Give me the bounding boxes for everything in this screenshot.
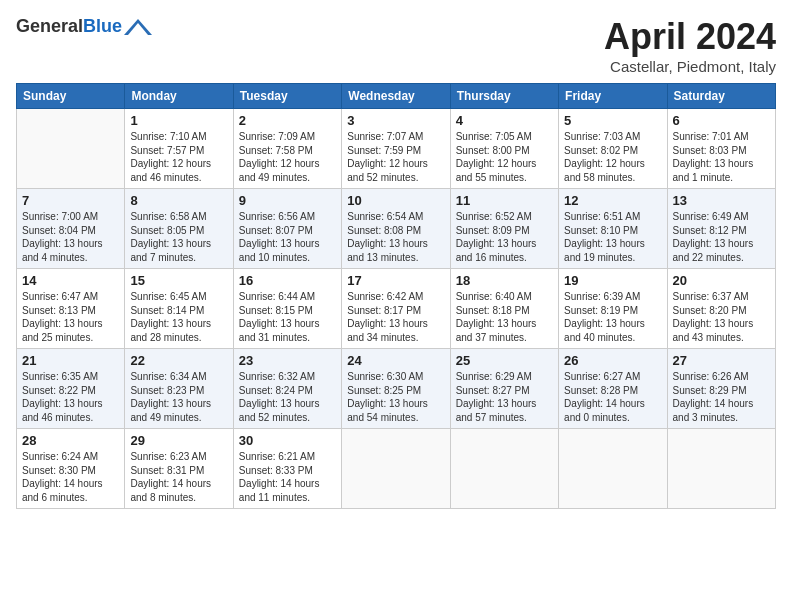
calendar-day-cell: 10Sunrise: 6:54 AM Sunset: 8:08 PM Dayli… bbox=[342, 189, 450, 269]
day-info: Sunrise: 6:35 AM Sunset: 8:22 PM Dayligh… bbox=[22, 370, 119, 424]
calendar-day-cell: 4Sunrise: 7:05 AM Sunset: 8:00 PM Daylig… bbox=[450, 109, 558, 189]
calendar-day-cell: 11Sunrise: 6:52 AM Sunset: 8:09 PM Dayli… bbox=[450, 189, 558, 269]
calendar-day-cell bbox=[17, 109, 125, 189]
day-number: 26 bbox=[564, 353, 661, 368]
calendar-day-cell: 18Sunrise: 6:40 AM Sunset: 8:18 PM Dayli… bbox=[450, 269, 558, 349]
day-of-week-header: Sunday bbox=[17, 84, 125, 109]
calendar-week-row: 14Sunrise: 6:47 AM Sunset: 8:13 PM Dayli… bbox=[17, 269, 776, 349]
day-info: Sunrise: 6:24 AM Sunset: 8:30 PM Dayligh… bbox=[22, 450, 119, 504]
day-info: Sunrise: 6:52 AM Sunset: 8:09 PM Dayligh… bbox=[456, 210, 553, 264]
day-number: 14 bbox=[22, 273, 119, 288]
day-info: Sunrise: 6:34 AM Sunset: 8:23 PM Dayligh… bbox=[130, 370, 227, 424]
day-info: Sunrise: 6:30 AM Sunset: 8:25 PM Dayligh… bbox=[347, 370, 444, 424]
day-info: Sunrise: 6:21 AM Sunset: 8:33 PM Dayligh… bbox=[239, 450, 336, 504]
day-number: 19 bbox=[564, 273, 661, 288]
calendar-week-row: 21Sunrise: 6:35 AM Sunset: 8:22 PM Dayli… bbox=[17, 349, 776, 429]
day-number: 15 bbox=[130, 273, 227, 288]
calendar-day-cell bbox=[342, 429, 450, 509]
day-info: Sunrise: 6:47 AM Sunset: 8:13 PM Dayligh… bbox=[22, 290, 119, 344]
day-info: Sunrise: 7:03 AM Sunset: 8:02 PM Dayligh… bbox=[564, 130, 661, 184]
day-of-week-header: Tuesday bbox=[233, 84, 341, 109]
day-of-week-header: Friday bbox=[559, 84, 667, 109]
day-number: 18 bbox=[456, 273, 553, 288]
calendar-week-row: 7Sunrise: 7:00 AM Sunset: 8:04 PM Daylig… bbox=[17, 189, 776, 269]
header-row: SundayMondayTuesdayWednesdayThursdayFrid… bbox=[17, 84, 776, 109]
day-info: Sunrise: 6:44 AM Sunset: 8:15 PM Dayligh… bbox=[239, 290, 336, 344]
calendar-day-cell: 25Sunrise: 6:29 AM Sunset: 8:27 PM Dayli… bbox=[450, 349, 558, 429]
day-number: 22 bbox=[130, 353, 227, 368]
calendar-day-cell: 26Sunrise: 6:27 AM Sunset: 8:28 PM Dayli… bbox=[559, 349, 667, 429]
calendar-day-cell bbox=[450, 429, 558, 509]
day-info: Sunrise: 7:05 AM Sunset: 8:00 PM Dayligh… bbox=[456, 130, 553, 184]
page-header: GeneralBlue April 2024 Castellar, Piedmo… bbox=[16, 16, 776, 75]
day-info: Sunrise: 6:23 AM Sunset: 8:31 PM Dayligh… bbox=[130, 450, 227, 504]
calendar-day-cell: 19Sunrise: 6:39 AM Sunset: 8:19 PM Dayli… bbox=[559, 269, 667, 349]
day-number: 29 bbox=[130, 433, 227, 448]
day-number: 3 bbox=[347, 113, 444, 128]
calendar-day-cell: 24Sunrise: 6:30 AM Sunset: 8:25 PM Dayli… bbox=[342, 349, 450, 429]
day-info: Sunrise: 6:49 AM Sunset: 8:12 PM Dayligh… bbox=[673, 210, 770, 264]
day-of-week-header: Wednesday bbox=[342, 84, 450, 109]
day-info: Sunrise: 7:00 AM Sunset: 8:04 PM Dayligh… bbox=[22, 210, 119, 264]
day-number: 24 bbox=[347, 353, 444, 368]
calendar-day-cell: 5Sunrise: 7:03 AM Sunset: 8:02 PM Daylig… bbox=[559, 109, 667, 189]
calendar-day-cell: 20Sunrise: 6:37 AM Sunset: 8:20 PM Dayli… bbox=[667, 269, 775, 349]
day-info: Sunrise: 6:29 AM Sunset: 8:27 PM Dayligh… bbox=[456, 370, 553, 424]
calendar-day-cell: 22Sunrise: 6:34 AM Sunset: 8:23 PM Dayli… bbox=[125, 349, 233, 429]
calendar-day-cell: 15Sunrise: 6:45 AM Sunset: 8:14 PM Dayli… bbox=[125, 269, 233, 349]
calendar-day-cell: 17Sunrise: 6:42 AM Sunset: 8:17 PM Dayli… bbox=[342, 269, 450, 349]
day-number: 28 bbox=[22, 433, 119, 448]
day-number: 23 bbox=[239, 353, 336, 368]
day-info: Sunrise: 6:56 AM Sunset: 8:07 PM Dayligh… bbox=[239, 210, 336, 264]
day-info: Sunrise: 6:45 AM Sunset: 8:14 PM Dayligh… bbox=[130, 290, 227, 344]
day-info: Sunrise: 6:51 AM Sunset: 8:10 PM Dayligh… bbox=[564, 210, 661, 264]
day-number: 7 bbox=[22, 193, 119, 208]
day-info: Sunrise: 6:40 AM Sunset: 8:18 PM Dayligh… bbox=[456, 290, 553, 344]
day-info: Sunrise: 6:42 AM Sunset: 8:17 PM Dayligh… bbox=[347, 290, 444, 344]
day-info: Sunrise: 6:32 AM Sunset: 8:24 PM Dayligh… bbox=[239, 370, 336, 424]
logo-general-text: General bbox=[16, 16, 83, 36]
day-number: 13 bbox=[673, 193, 770, 208]
day-number: 20 bbox=[673, 273, 770, 288]
day-info: Sunrise: 6:54 AM Sunset: 8:08 PM Dayligh… bbox=[347, 210, 444, 264]
day-info: Sunrise: 7:07 AM Sunset: 7:59 PM Dayligh… bbox=[347, 130, 444, 184]
day-number: 6 bbox=[673, 113, 770, 128]
day-number: 25 bbox=[456, 353, 553, 368]
day-number: 1 bbox=[130, 113, 227, 128]
day-number: 2 bbox=[239, 113, 336, 128]
calendar-day-cell: 9Sunrise: 6:56 AM Sunset: 8:07 PM Daylig… bbox=[233, 189, 341, 269]
day-number: 12 bbox=[564, 193, 661, 208]
calendar-day-cell: 14Sunrise: 6:47 AM Sunset: 8:13 PM Dayli… bbox=[17, 269, 125, 349]
day-number: 11 bbox=[456, 193, 553, 208]
calendar-week-row: 28Sunrise: 6:24 AM Sunset: 8:30 PM Dayli… bbox=[17, 429, 776, 509]
day-number: 4 bbox=[456, 113, 553, 128]
logo-blue-text: Blue bbox=[83, 16, 122, 36]
calendar-week-row: 1Sunrise: 7:10 AM Sunset: 7:57 PM Daylig… bbox=[17, 109, 776, 189]
day-info: Sunrise: 7:01 AM Sunset: 8:03 PM Dayligh… bbox=[673, 130, 770, 184]
day-number: 9 bbox=[239, 193, 336, 208]
calendar-day-cell bbox=[559, 429, 667, 509]
calendar-day-cell: 30Sunrise: 6:21 AM Sunset: 8:33 PM Dayli… bbox=[233, 429, 341, 509]
calendar-day-cell: 21Sunrise: 6:35 AM Sunset: 8:22 PM Dayli… bbox=[17, 349, 125, 429]
location: Castellar, Piedmont, Italy bbox=[604, 58, 776, 75]
day-number: 5 bbox=[564, 113, 661, 128]
title-block: April 2024 Castellar, Piedmont, Italy bbox=[604, 16, 776, 75]
day-of-week-header: Monday bbox=[125, 84, 233, 109]
calendar-day-cell: 8Sunrise: 6:58 AM Sunset: 8:05 PM Daylig… bbox=[125, 189, 233, 269]
calendar-day-cell: 16Sunrise: 6:44 AM Sunset: 8:15 PM Dayli… bbox=[233, 269, 341, 349]
day-info: Sunrise: 6:26 AM Sunset: 8:29 PM Dayligh… bbox=[673, 370, 770, 424]
day-info: Sunrise: 6:27 AM Sunset: 8:28 PM Dayligh… bbox=[564, 370, 661, 424]
calendar-day-cell bbox=[667, 429, 775, 509]
calendar-day-cell: 7Sunrise: 7:00 AM Sunset: 8:04 PM Daylig… bbox=[17, 189, 125, 269]
calendar-header: SundayMondayTuesdayWednesdayThursdayFrid… bbox=[17, 84, 776, 109]
calendar-day-cell: 12Sunrise: 6:51 AM Sunset: 8:10 PM Dayli… bbox=[559, 189, 667, 269]
day-number: 27 bbox=[673, 353, 770, 368]
calendar-day-cell: 3Sunrise: 7:07 AM Sunset: 7:59 PM Daylig… bbox=[342, 109, 450, 189]
calendar-day-cell: 29Sunrise: 6:23 AM Sunset: 8:31 PM Dayli… bbox=[125, 429, 233, 509]
calendar-day-cell: 13Sunrise: 6:49 AM Sunset: 8:12 PM Dayli… bbox=[667, 189, 775, 269]
calendar-day-cell: 2Sunrise: 7:09 AM Sunset: 7:58 PM Daylig… bbox=[233, 109, 341, 189]
day-info: Sunrise: 6:37 AM Sunset: 8:20 PM Dayligh… bbox=[673, 290, 770, 344]
day-number: 17 bbox=[347, 273, 444, 288]
day-number: 16 bbox=[239, 273, 336, 288]
calendar-day-cell: 28Sunrise: 6:24 AM Sunset: 8:30 PM Dayli… bbox=[17, 429, 125, 509]
